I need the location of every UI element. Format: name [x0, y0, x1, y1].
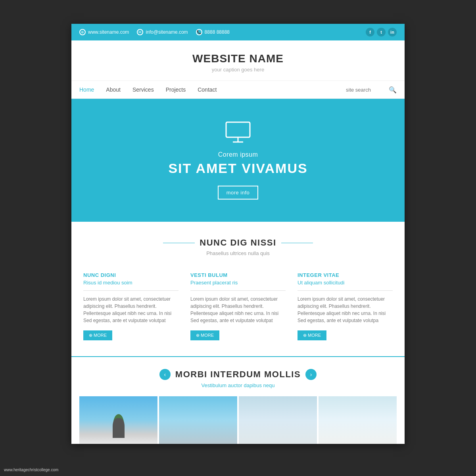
email-icon: ✉	[137, 29, 143, 35]
slider-title: MORBI INTERDUM MOLLIS	[175, 369, 301, 380]
hero-more-info-button[interactable]: more info	[218, 186, 259, 200]
card-1-divider	[83, 290, 178, 291]
phone-icon: 📞	[196, 29, 202, 35]
slider-images	[79, 396, 397, 444]
cards-grid: NUNC DIGNI Risus id mediou soim Lorem ip…	[83, 272, 393, 340]
search-icon[interactable]: 🔍	[389, 86, 397, 94]
globe-icon: ⊕	[79, 29, 86, 35]
nav-projects[interactable]: Projects	[166, 86, 186, 93]
card-2-more-button[interactable]: ⊕ MORE	[190, 330, 219, 340]
nav-about[interactable]: About	[106, 86, 121, 93]
card-3-more-button[interactable]: ⊕ MORE	[298, 330, 326, 340]
features-subtitle: Phasellus ultrices nulla quis	[79, 250, 397, 256]
search-area: 🔍	[346, 86, 397, 94]
phone-item: 📞 8888 88888	[196, 29, 230, 35]
card-2-title: VESTI BULUM	[190, 272, 286, 278]
card-1-title: NUNC DIGNI	[83, 272, 178, 278]
nav-contact[interactable]: Contact	[198, 86, 217, 93]
watermark: www.heritagechristcollege.com	[4, 468, 58, 472]
nav-links: Home About Services Projects Contact	[79, 81, 346, 98]
divider-line-right	[281, 243, 313, 243]
hero-title: SIT AMET VIVAMUS	[168, 161, 307, 176]
card-3-title: INTEGER VITAE	[298, 272, 393, 278]
phone-number: 8888 88888	[205, 29, 230, 35]
card-1-subtitle: Risus id mediou soim	[83, 280, 178, 286]
card-2-subtitle: Praesent placerat ris	[190, 280, 286, 286]
card-2-text: Lorem ipsum dolor sit amet, consectetuer…	[190, 296, 286, 324]
card-2: VESTI BULUM Praesent placerat ris Lorem …	[190, 272, 286, 340]
card-3-divider	[298, 290, 393, 291]
card-3-text: Lorem ipsum dolor sit amet, consectetuer…	[298, 296, 393, 324]
linkedin-icon[interactable]: in	[388, 28, 397, 36]
website-item: ⊕ www.sitename.com	[79, 29, 129, 35]
svg-rect-0	[226, 122, 250, 137]
card-1-text: Lorem ipsum dolor sit amet, consectetuer…	[83, 296, 178, 324]
slider-subtitle: Vestibulum auctor dapibus nequ	[79, 382, 397, 388]
website-url: www.sitename.com	[88, 29, 129, 35]
site-caption: your caption goes here	[79, 67, 397, 73]
nav-services[interactable]: Services	[132, 86, 154, 93]
slider-heading: ‹ MORBI INTERDUM MOLLIS ›	[79, 369, 397, 380]
social-links: f t in	[366, 28, 397, 36]
website-frame: ⊕ www.sitename.com ✉ info@sitename.com 📞…	[71, 24, 405, 444]
nav-home[interactable]: Home	[79, 86, 94, 93]
slider-section: ‹ MORBI INTERDUM MOLLIS › Vestibulum auc…	[71, 357, 405, 444]
top-bar-left: ⊕ www.sitename.com ✉ info@sitename.com 📞…	[79, 29, 230, 35]
card-1: NUNC DIGNI Risus id mediou soim Lorem ip…	[83, 272, 178, 340]
site-title: WEBSITE NAME	[79, 52, 397, 65]
top-bar: ⊕ www.sitename.com ✉ info@sitename.com 📞…	[71, 24, 405, 40]
slider-next-button[interactable]: ›	[305, 369, 317, 380]
features-title: NUNC DIG NISSI	[200, 238, 276, 248]
navigation: Home About Services Projects Contact 🔍	[71, 81, 405, 99]
card-3: INTEGER VITAE Ut aliquam sollicitudi Lor…	[298, 272, 393, 340]
email-address: info@sitename.com	[146, 29, 188, 35]
email-item: ✉ info@sitename.com	[137, 29, 188, 35]
slide-3	[239, 396, 317, 444]
hero-subtitle: Corem ipsum	[218, 151, 258, 158]
card-2-divider	[190, 290, 286, 291]
card-1-more-button[interactable]: ⊕ MORE	[83, 330, 112, 340]
monitor-icon	[224, 121, 252, 143]
slide-4	[319, 396, 397, 444]
hero-section: Corem ipsum SIT AMET VIVAMUS more info	[71, 99, 405, 222]
card-3-subtitle: Ut aliquam sollicitudi	[298, 280, 393, 286]
divider-line-left	[163, 243, 195, 243]
features-heading: NUNC DIG NISSI Phasellus ultrices nulla …	[71, 222, 405, 264]
slider-prev-button[interactable]: ‹	[159, 369, 171, 380]
slide-1	[79, 396, 157, 444]
twitter-icon[interactable]: t	[377, 28, 386, 36]
cards-section: NUNC DIGNI Risus id mediou soim Lorem ip…	[71, 264, 405, 357]
slide-2	[159, 396, 237, 444]
section-divider: NUNC DIG NISSI	[79, 238, 397, 248]
search-input[interactable]	[346, 87, 386, 93]
facebook-icon[interactable]: f	[366, 28, 374, 36]
site-header: WEBSITE NAME your caption goes here	[71, 40, 405, 81]
